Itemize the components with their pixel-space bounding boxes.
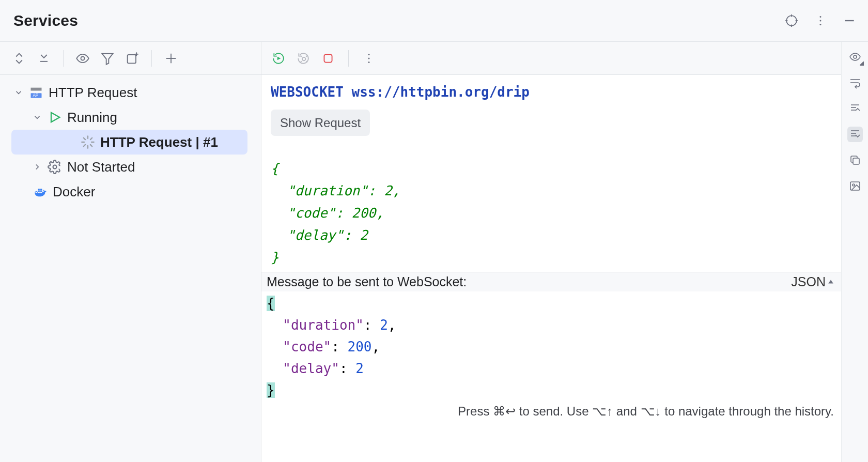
eye-icon[interactable] [75,51,90,66]
more-vertical-icon[interactable] [813,13,828,28]
body-line: { [271,158,832,180]
tree-label: Running [67,110,117,126]
svg-point-39 [368,61,369,63]
play-icon [48,110,62,125]
svg-marker-30 [277,56,281,60]
svg-point-52 [853,184,855,186]
request-url: wss://httpbin.org/drip [352,84,530,100]
svg-point-5 [819,16,821,18]
protocol-label: WEBSOCKET [271,84,344,100]
svg-rect-12 [128,55,136,63]
copy-icon[interactable] [847,152,863,168]
spinner-icon [81,135,95,149]
wrap-icon[interactable] [847,75,863,90]
svg-text:API: API [33,93,39,98]
target-icon[interactable] [784,13,799,28]
add-icon[interactable] [163,51,179,66]
tree-node-docker[interactable]: Docker [0,179,261,204]
svg-rect-36 [324,54,332,62]
sidebar: API HTTP Request Running HTTP R [0,42,261,462]
tree: API HTTP Request Running HTTP R [0,75,261,209]
svg-point-0 [786,16,797,26]
titlebar-actions [784,13,857,28]
hint-text: Press ⌘↩ to send. Use ⌥↑ and ⌥↓ to navig… [261,402,841,421]
tree-label: Not Started [67,159,135,175]
svg-line-27 [84,145,85,146]
svg-point-6 [819,20,821,21]
svg-marker-42 [860,61,864,66]
close-tree-icon[interactable] [36,51,52,66]
separator [63,50,64,67]
svg-point-37 [368,53,369,55]
more-vertical-icon[interactable] [361,51,377,66]
svg-rect-50 [853,158,859,164]
rerun-icon[interactable] [271,51,286,66]
main-toolbar [261,42,841,75]
svg-point-7 [819,24,821,25]
format-label: JSON [791,274,826,289]
format-selector[interactable]: JSON [791,274,834,289]
svg-point-31 [302,57,306,60]
titlebar: Services [0,0,868,41]
stop-icon[interactable] [320,51,336,66]
scroll-down-icon[interactable] [847,127,863,142]
api-icon: API [29,85,43,100]
rerun-debug-icon[interactable] [296,51,311,66]
svg-point-10 [81,56,85,60]
tree-node-not-started[interactable]: Not Started [0,155,261,179]
expand-collapse-icon[interactable] [11,51,27,66]
body-line: "code": 200, [271,202,832,224]
body-line: "duration": 2, [271,180,832,202]
svg-line-28 [90,138,92,140]
svg-point-38 [368,57,369,59]
eye-icon[interactable] [847,49,863,65]
minimize-icon[interactable] [842,13,857,28]
sidebar-toolbar [0,42,261,75]
filter-icon[interactable] [100,51,115,66]
svg-line-23 [84,138,85,140]
message-editor[interactable]: { "duration": 2, "code": 200, "delay": 2… [261,291,841,403]
result-pane: WEBSOCKET wss://httpbin.org/drip Show Re… [261,75,841,272]
chevron-right-icon [32,162,42,172]
main: WEBSOCKET wss://httpbin.org/drip Show Re… [261,42,841,462]
svg-rect-17 [31,88,42,91]
svg-line-33 [306,55,307,56]
tree-node-selected-request[interactable]: HTTP Request | #1 [11,130,247,155]
tree-node-running[interactable]: Running [0,105,261,130]
scroll-up-icon[interactable] [847,101,863,116]
request-line: WEBSOCKET wss://httpbin.org/drip [271,81,832,103]
sent-body: { "duration": 2, "code": 200, "delay": 2… [271,158,832,268]
right-gutter [841,42,868,462]
content-area: WEBSOCKET wss://httpbin.org/drip Show Re… [261,42,868,462]
tree-label: HTTP Request [49,85,137,101]
message-bar: Message to be sent to WebSocket: JSON [261,272,841,291]
body-line: "delay": 2 [271,224,832,247]
triangle-up-icon [828,279,834,285]
svg-marker-11 [102,53,113,64]
tree-label: Docker [53,184,95,200]
separator [348,50,349,67]
body-line: } [271,247,832,269]
docker-icon [33,184,48,199]
tree-label: HTTP Request | #1 [100,134,218,150]
chevron-down-icon [32,112,42,122]
gear-icon [48,160,62,174]
svg-point-29 [53,165,57,169]
separator [151,50,152,67]
tree-node-http-request[interactable]: API HTTP Request [0,80,261,105]
svg-line-24 [90,145,92,146]
svg-point-41 [854,55,857,58]
show-request-button[interactable]: Show Request [271,110,370,136]
message-bar-label: Message to be sent to WebSocket: [267,274,467,289]
svg-line-34 [301,61,302,62]
image-icon[interactable] [847,178,863,194]
chevron-down-icon [13,87,24,98]
spacer [52,137,75,147]
svg-marker-40 [828,280,833,284]
new-window-icon[interactable] [125,51,140,66]
panel-title: Services [13,12,78,29]
svg-marker-20 [51,113,59,122]
